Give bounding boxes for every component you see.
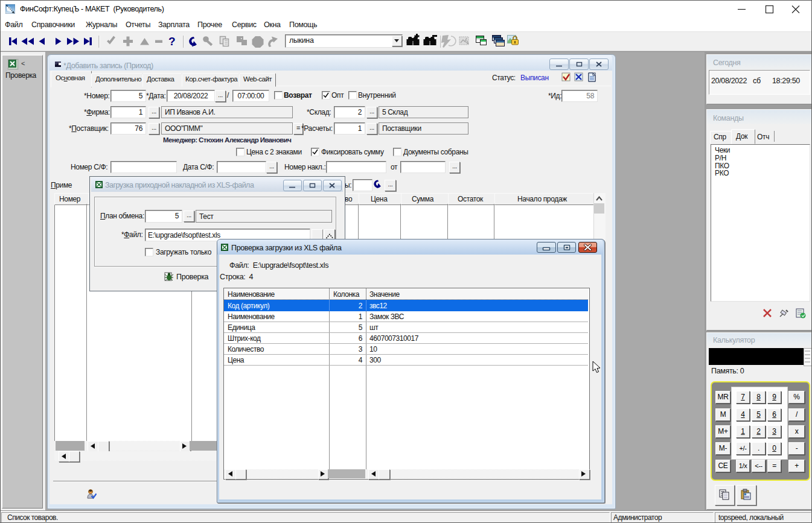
svg-text:?: ? bbox=[168, 35, 176, 48]
